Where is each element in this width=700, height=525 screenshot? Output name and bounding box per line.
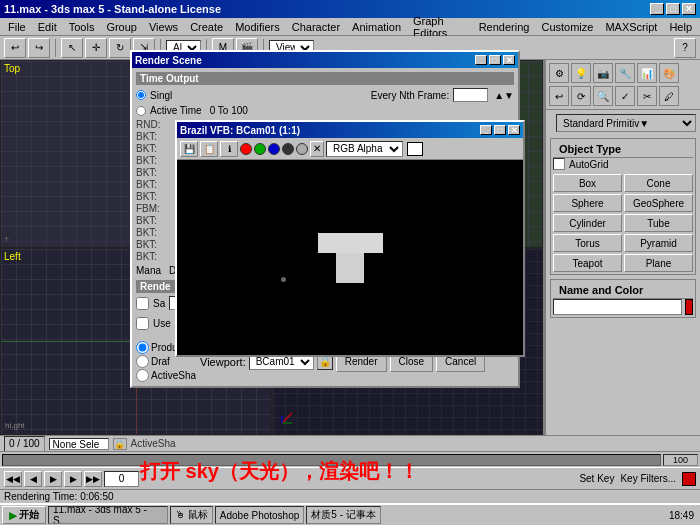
- panel-icon-6[interactable]: 🎨: [659, 63, 679, 83]
- menu-customize[interactable]: Customize: [535, 19, 599, 35]
- menu-maxscript[interactable]: MAXScript: [599, 19, 663, 35]
- panel-icon-10[interactable]: ✓: [615, 86, 635, 106]
- object-name-input[interactable]: [553, 299, 682, 315]
- menu-views[interactable]: Views: [143, 19, 184, 35]
- close-button[interactable]: ✕: [682, 3, 696, 15]
- vfb-min[interactable]: _: [480, 125, 492, 135]
- minimize-button[interactable]: _: [650, 3, 664, 15]
- panel-icon-5[interactable]: 📊: [637, 63, 657, 83]
- vfb-title-btns: _ □ ✕: [480, 125, 520, 135]
- draft-radio[interactable]: [136, 355, 149, 368]
- panel-icon-2[interactable]: 💡: [571, 63, 591, 83]
- prev-frame-button[interactable]: ◀: [24, 471, 42, 487]
- panel-icon-4[interactable]: 🔧: [615, 63, 635, 83]
- panel-icon-12[interactable]: 🖊: [659, 86, 679, 106]
- set-key-button[interactable]: [682, 472, 696, 486]
- vfb-blue-dot[interactable]: [268, 143, 280, 155]
- tube-button[interactable]: Tube: [624, 214, 693, 232]
- teapot-button[interactable]: Teapot: [553, 254, 622, 272]
- render-scene-title-bar: Render Scene _ □ ✕: [132, 52, 518, 68]
- active-time-radio[interactable]: [136, 106, 146, 116]
- undo-button[interactable]: ↩: [4, 38, 26, 58]
- production-radio[interactable]: [136, 341, 149, 354]
- menu-rendering[interactable]: Rendering: [473, 19, 536, 35]
- vfb-red-dot[interactable]: [240, 143, 252, 155]
- maximize-button[interactable]: □: [666, 3, 680, 15]
- lock-button[interactable]: 🔒: [113, 438, 127, 450]
- taskbar-max-label: 11.max - 3ds max 5 - S...: [53, 506, 163, 524]
- menu-group[interactable]: Group: [100, 19, 143, 35]
- single-radio[interactable]: [136, 90, 146, 100]
- menu-modifiers[interactable]: Modifiers: [229, 19, 286, 35]
- box-button[interactable]: Box: [553, 174, 622, 192]
- frame-input[interactable]: [104, 471, 139, 487]
- render-scene-max[interactable]: □: [489, 55, 501, 65]
- cone-button[interactable]: Cone: [624, 174, 693, 192]
- vfb-x-btn[interactable]: ✕: [310, 141, 324, 157]
- plane-button[interactable]: Plane: [624, 254, 693, 272]
- object-type-header: Object Type: [553, 141, 693, 158]
- panel-icon-9[interactable]: 🔍: [593, 86, 613, 106]
- vfb-save-btn[interactable]: 💾: [180, 141, 198, 157]
- select-button[interactable]: ↖: [61, 38, 83, 58]
- activesha-radio[interactable]: [136, 369, 149, 382]
- primitive-type-dropdown[interactable]: Standard Primitiv▼: [556, 114, 696, 132]
- vfb-dark-dot[interactable]: [282, 143, 294, 155]
- every-nth-input[interactable]: [453, 88, 488, 102]
- vfb-t-horizontal: [318, 233, 383, 253]
- panel-icon-11[interactable]: ✂: [637, 86, 657, 106]
- taskbar-item-photoshop[interactable]: Adobe Photoshop: [215, 506, 305, 524]
- menu-tools[interactable]: Tools: [63, 19, 101, 35]
- menu-edit[interactable]: Edit: [32, 19, 63, 35]
- menu-help[interactable]: Help: [663, 19, 698, 35]
- torus-button[interactable]: Torus: [553, 234, 622, 252]
- panel-icon-3[interactable]: 📷: [593, 63, 613, 83]
- overlay-text: 打开 sky（天光），渲染吧！！: [140, 458, 419, 485]
- object-type-section: Object Type AutoGrid Box Cone Sphere Geo…: [550, 138, 696, 275]
- geosphere-button[interactable]: GeoSphere: [624, 194, 693, 212]
- rotate-button[interactable]: ↻: [109, 38, 131, 58]
- primitive-dropdown-container: Standard Primitiv▼: [546, 110, 700, 136]
- vfb-green-dot[interactable]: [254, 143, 266, 155]
- panel-icon-1[interactable]: ⚙: [549, 63, 569, 83]
- menu-animation[interactable]: Animation: [346, 19, 407, 35]
- vfb-max[interactable]: □: [494, 125, 506, 135]
- toolbar-sep-1: [55, 39, 56, 57]
- save-checkbox[interactable]: [136, 297, 149, 310]
- sphere-button[interactable]: Sphere: [553, 194, 622, 212]
- render-scene-min[interactable]: _: [475, 55, 487, 65]
- taskbar-right: 18:49: [669, 510, 698, 521]
- next-key-button[interactable]: ▶▶: [84, 471, 102, 487]
- vfb-copy-btn[interactable]: 📋: [200, 141, 218, 157]
- key-filters-label: Key Filters...: [620, 473, 676, 484]
- use-checkbox[interactable]: [136, 317, 149, 330]
- cylinder-button[interactable]: Cylinder: [553, 214, 622, 232]
- vfb-white-swatch[interactable]: [407, 142, 423, 156]
- panel-icon-7[interactable]: ↩: [549, 86, 569, 106]
- move-button[interactable]: ✛: [85, 38, 107, 58]
- every-nth-spin[interactable]: ▲▼: [494, 90, 514, 101]
- menu-create[interactable]: Create: [184, 19, 229, 35]
- autogrid-checkbox[interactable]: [553, 158, 565, 170]
- vfb-gray-dot[interactable]: [296, 143, 308, 155]
- menu-character[interactable]: Character: [286, 19, 346, 35]
- redo-button[interactable]: ↪: [28, 38, 50, 58]
- mana-label: Mana: [136, 265, 161, 276]
- vfb-close[interactable]: ✕: [508, 125, 520, 135]
- color-swatch[interactable]: [685, 299, 693, 315]
- menu-file[interactable]: File: [2, 19, 32, 35]
- play-button[interactable]: ▶: [44, 471, 62, 487]
- vfb-info-btn[interactable]: ℹ: [220, 141, 238, 157]
- taskbar-item-notepad[interactable]: 材质5 - 记事本: [306, 506, 380, 524]
- help-button[interactable]: ?: [674, 38, 696, 58]
- start-button[interactable]: ▶ 开始: [2, 506, 46, 524]
- panel-icon-row-1: ⚙ 💡 📷 🔧 📊 🎨: [549, 63, 697, 83]
- panel-icon-8[interactable]: ⟳: [571, 86, 591, 106]
- taskbar-item-mouse[interactable]: 🖱 鼠标: [170, 506, 213, 524]
- pyramid-button[interactable]: Pyramid: [624, 234, 693, 252]
- vfb-channel-dropdown[interactable]: RGB Alpha: [326, 141, 403, 157]
- prev-key-button[interactable]: ◀◀: [4, 471, 22, 487]
- taskbar-item-max[interactable]: 11.max - 3ds max 5 - S...: [48, 506, 168, 524]
- next-frame-button[interactable]: ▶: [64, 471, 82, 487]
- render-scene-close[interactable]: ✕: [503, 55, 515, 65]
